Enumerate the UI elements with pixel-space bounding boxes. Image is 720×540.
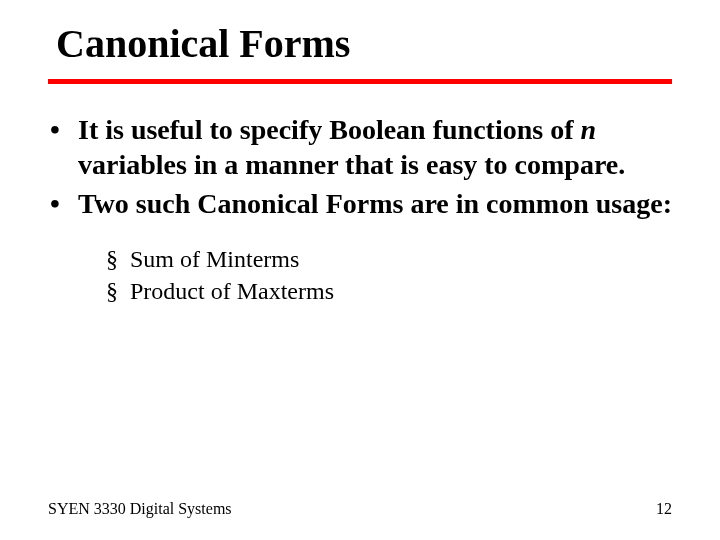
bullet-text: It is useful to specify Boolean function…	[78, 112, 672, 182]
bullet-dot-icon: •	[48, 112, 78, 182]
square-bullet-icon: §	[106, 275, 130, 307]
list-item: • Two such Canonical Forms are in common…	[48, 186, 672, 221]
variable-n: n	[580, 114, 596, 145]
list-item: • It is useful to specify Boolean functi…	[48, 112, 672, 182]
bullet-dot-icon: •	[48, 186, 78, 221]
sub-bullet-text: Product of Maxterms	[130, 275, 334, 307]
footer-course: SYEN 3330 Digital Systems	[48, 500, 232, 518]
title-underline	[48, 79, 672, 84]
bullet-text: Two such Canonical Forms are in common u…	[78, 186, 672, 221]
slide-title: Canonical Forms	[56, 20, 672, 67]
text-fragment: It is useful to specify Boolean function…	[78, 114, 580, 145]
list-item: § Product of Maxterms	[106, 275, 672, 307]
bullet-list: • It is useful to specify Boolean functi…	[48, 112, 672, 221]
footer: SYEN 3330 Digital Systems 12	[48, 500, 672, 518]
sub-bullet-text: Sum of Minterms	[130, 243, 299, 275]
text-fragment: variables in a manner that is easy to co…	[78, 149, 625, 180]
list-item: § Sum of Minterms	[106, 243, 672, 275]
square-bullet-icon: §	[106, 243, 130, 275]
footer-page-number: 12	[656, 500, 672, 518]
slide: Canonical Forms • It is useful to specif…	[0, 0, 720, 540]
sub-bullet-list: § Sum of Minterms § Product of Maxterms	[48, 243, 672, 308]
